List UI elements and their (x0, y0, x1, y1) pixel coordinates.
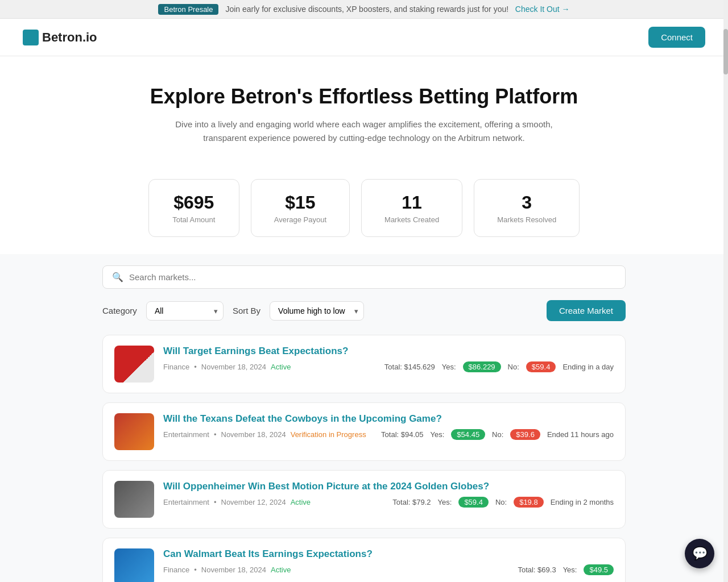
market-meta: Entertainment • November 12, 2024 Active… (163, 497, 614, 508)
yes-label: Yes: (438, 498, 452, 506)
hero-subtitle: Dive into a lively and engaging world wh… (165, 118, 563, 145)
market-category: Entertainment (163, 430, 209, 439)
stat-label: Total Amount (172, 215, 216, 224)
market-meta: Entertainment • November 18, 2024 Verifi… (163, 429, 614, 440)
banner-message: Join early for exclusive discounts, XP b… (225, 5, 508, 14)
market-status: Active (271, 566, 291, 574)
market-category: Finance (163, 566, 189, 574)
market-info: Will Oppenheimer Win Best Motion Picture… (163, 481, 614, 508)
top-banner: Betron Presale Join early for exclusive … (0, 0, 728, 19)
market-stats: Total: $69.3Yes: $49.5 (518, 564, 614, 575)
market-date: November 12, 2024 (221, 498, 286, 506)
market-title[interactable]: Will the Texans Defeat the Cowboys in th… (163, 413, 614, 425)
market-card: Will the Texans Defeat the Cowboys in th… (102, 402, 626, 461)
market-stats: Total: $79.2Yes: $59.4No: $19.8Ending in… (392, 497, 614, 508)
filters-row: Category All Finance Entertainment Sport… (102, 300, 626, 321)
dot-separator: • (194, 363, 197, 371)
market-stats: Total: $145.629Yes: $86.229No: $59.4Endi… (384, 361, 614, 372)
market-category: Finance (163, 363, 189, 371)
market-ending: Ended 11 hours ago (547, 430, 614, 439)
dot-separator: • (194, 566, 197, 574)
stat-card: $15 Average Payout (251, 179, 350, 237)
check-it-out-link[interactable]: Check It Out → (515, 5, 570, 14)
yes-label: Yes: (563, 566, 577, 574)
stat-card: 3 Markets Resolved (474, 179, 580, 237)
yes-label: Yes: (431, 430, 445, 439)
yes-badge: $49.5 (584, 564, 614, 575)
no-label: No: (495, 498, 507, 506)
sortby-select[interactable]: Volume high to low Volume low to high Ne… (270, 301, 364, 321)
market-meta: Finance • November 18, 2024 Active Total… (163, 564, 614, 575)
market-info: Can Walmart Beat Its Earnings Expectatio… (163, 548, 614, 575)
market-status: Verification in Progress (291, 430, 366, 439)
market-category: Entertainment (163, 498, 209, 506)
market-total: Total: $145.629 (384, 363, 435, 371)
market-thumbnail (114, 481, 154, 518)
market-date: November 18, 2024 (201, 363, 266, 371)
yes-badge: $86.229 (463, 361, 501, 372)
stat-value: 3 (497, 192, 556, 213)
scrollbar[interactable] (723, 0, 728, 582)
hero-title: Explore Betron's Effortless Betting Plat… (23, 85, 705, 109)
stat-label: Markets Resolved (497, 215, 556, 224)
market-total: Total: $69.3 (518, 566, 556, 574)
market-status: Active (291, 498, 311, 506)
main-content: 🔍 Category All Finance Entertainment Spo… (80, 254, 648, 582)
stat-label: Markets Created (384, 215, 439, 224)
market-title[interactable]: Will Oppenheimer Win Best Motion Picture… (163, 481, 614, 492)
market-card: Will Oppenheimer Win Best Motion Picture… (102, 470, 626, 529)
sortby-label: Sort By (233, 306, 260, 315)
no-badge: $59.4 (526, 361, 556, 372)
no-label: No: (492, 430, 503, 439)
yes-label: Yes: (442, 363, 456, 371)
yes-badge: $59.4 (458, 497, 489, 508)
search-input[interactable] (129, 272, 616, 282)
markets-list: Will Target Earnings Beat Expectations? … (102, 335, 626, 582)
market-thumbnail (114, 413, 154, 450)
logo-text: Betron.io (42, 30, 97, 45)
chat-bubble-button[interactable]: 💬 (685, 539, 714, 568)
stat-value: 11 (384, 192, 439, 213)
navbar: Betron.io Connect (0, 19, 728, 56)
stat-label: Average Payout (274, 215, 326, 224)
market-meta: Finance • November 18, 2024 Active Total… (163, 361, 614, 372)
market-ending: Ending in a day (562, 363, 614, 371)
market-ending: Ending in 2 months (551, 498, 614, 506)
market-status: Active (271, 363, 291, 371)
market-thumbnail (114, 548, 154, 582)
sortby-select-wrapper: Volume high to low Volume low to high Ne… (270, 301, 364, 321)
market-card: Will Target Earnings Beat Expectations? … (102, 335, 626, 393)
no-badge: $19.8 (514, 497, 544, 508)
search-icon: 🔍 (112, 272, 123, 282)
market-title[interactable]: Will Target Earnings Beat Expectations? (163, 346, 614, 357)
hero-section: Explore Betron's Effortless Betting Plat… (0, 56, 728, 162)
market-card: Can Walmart Beat Its Earnings Expectatio… (102, 538, 626, 582)
stat-value: $695 (172, 192, 216, 213)
stat-card: $695 Total Amount (148, 179, 239, 237)
chat-icon: 💬 (692, 546, 708, 561)
no-label: No: (508, 363, 519, 371)
market-thumbnail (114, 346, 154, 383)
category-select-wrapper: All Finance Entertainment Sports (146, 301, 224, 321)
market-total: Total: $79.2 (392, 498, 431, 506)
presale-badge: Betron Presale (158, 4, 218, 15)
market-info: Will the Texans Defeat the Cowboys in th… (163, 413, 614, 440)
market-stats: Total: $94.05Yes: $54.45No: $39.6Ended 1… (381, 429, 614, 440)
stats-row: $695 Total Amount $15 Average Payout 11 … (0, 162, 728, 254)
logo: Betron.io (23, 30, 97, 45)
market-date: November 18, 2024 (221, 430, 286, 439)
logo-icon (23, 30, 39, 45)
category-select[interactable]: All Finance Entertainment Sports (146, 301, 224, 321)
stat-value: $15 (274, 192, 326, 213)
market-total: Total: $94.05 (381, 430, 423, 439)
create-market-button[interactable]: Create Market (547, 300, 626, 321)
market-info: Will Target Earnings Beat Expectations? … (163, 346, 614, 372)
dot-separator: • (214, 430, 217, 439)
category-label: Category (102, 306, 137, 315)
connect-button[interactable]: Connect (648, 27, 705, 48)
search-bar: 🔍 (102, 265, 626, 289)
stat-card: 11 Markets Created (361, 179, 462, 237)
scrollbar-thumb[interactable] (723, 29, 728, 74)
market-title[interactable]: Can Walmart Beat Its Earnings Expectatio… (163, 548, 614, 560)
dot-separator: • (214, 498, 217, 506)
